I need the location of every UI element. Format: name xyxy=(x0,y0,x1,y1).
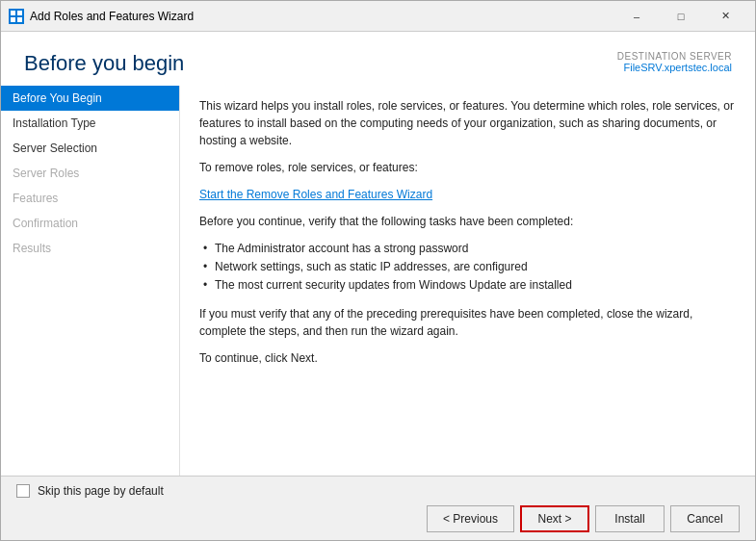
destination-server-value: FileSRV.xpertstec.local xyxy=(617,62,732,73)
sidebar-item-features: Features xyxy=(1,186,179,211)
content-panel: This wizard helps you install roles, rol… xyxy=(179,86,755,476)
sidebar-item-before-you-begin[interactable]: Before You Begin xyxy=(1,86,179,111)
window-title: Add Roles and Features Wizard xyxy=(30,10,614,23)
main-area: Before You Begin Installation Type Serve… xyxy=(1,86,755,476)
content-para5: To continue, click Next. xyxy=(199,349,736,367)
bullet-item-3: The most current security updates from W… xyxy=(207,276,736,295)
svg-rect-2 xyxy=(11,17,15,22)
close-button[interactable]: ✕ xyxy=(703,1,747,32)
svg-rect-0 xyxy=(11,11,15,15)
content-para3: Before you continue, verify that the fol… xyxy=(199,213,736,230)
window-icon xyxy=(9,9,24,24)
sidebar-item-confirmation: Confirmation xyxy=(1,211,179,236)
title-bar: Add Roles and Features Wizard – □ ✕ xyxy=(1,1,755,32)
content-para4: If you must verify that any of the prece… xyxy=(199,305,736,340)
content-para2: To remove roles, role services, or featu… xyxy=(199,159,736,176)
destination-server-label: DESTINATION SERVER xyxy=(617,51,732,62)
bullet-item-2: Network settings, such as static IP addr… xyxy=(207,258,736,276)
previous-button[interactable]: < Previous xyxy=(427,505,514,532)
window-controls: – □ ✕ xyxy=(614,1,747,32)
sidebar-item-server-roles: Server Roles xyxy=(1,161,179,186)
svg-rect-3 xyxy=(17,17,22,22)
next-button[interactable]: Next > xyxy=(520,505,589,532)
skip-row: Skip this page by default xyxy=(16,484,740,498)
svg-rect-1 xyxy=(17,11,22,15)
maximize-button[interactable]: □ xyxy=(659,1,703,32)
sidebar: Before You Begin Installation Type Serve… xyxy=(1,86,179,476)
sidebar-item-server-selection[interactable]: Server Selection xyxy=(1,136,179,161)
install-button[interactable]: Install xyxy=(595,505,665,532)
window-content: Before you begin DESTINATION SERVER File… xyxy=(1,32,755,540)
destination-server-info: DESTINATION SERVER FileSRV.xpertstec.loc… xyxy=(617,51,732,73)
page-title: Before you begin xyxy=(24,51,184,76)
bullet-list: The Administrator account has a strong p… xyxy=(207,240,736,296)
cancel-button[interactable]: Cancel xyxy=(670,505,740,532)
sidebar-item-installation-type[interactable]: Installation Type xyxy=(1,111,179,136)
remove-roles-link[interactable]: Start the Remove Roles and Features Wiza… xyxy=(199,188,432,201)
sidebar-item-results: Results xyxy=(1,236,179,261)
content-para1: This wizard helps you install roles, rol… xyxy=(199,97,736,149)
footer-area: Skip this page by default < Previous Nex… xyxy=(1,476,755,540)
minimize-button[interactable]: – xyxy=(614,1,659,32)
skip-checkbox[interactable] xyxy=(16,484,30,498)
skip-label: Skip this page by default xyxy=(38,484,164,498)
header-area: Before you begin DESTINATION SERVER File… xyxy=(1,32,755,86)
wizard-window: Add Roles and Features Wizard – □ ✕ Befo… xyxy=(0,0,756,541)
button-row: < Previous Next > Install Cancel xyxy=(16,505,740,532)
bullet-item-1: The Administrator account has a strong p… xyxy=(207,240,736,258)
